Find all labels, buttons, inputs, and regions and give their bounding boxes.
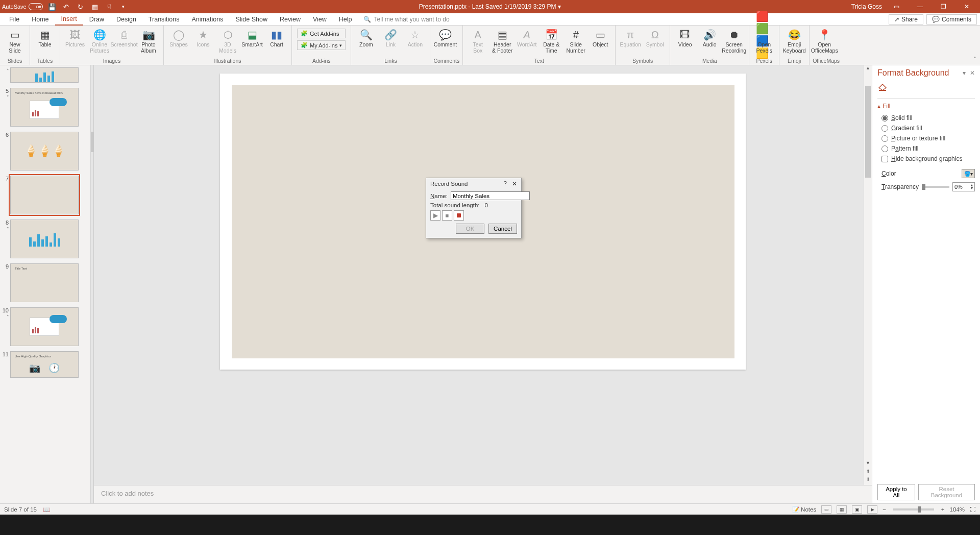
collapse-ribbon-button[interactable]: ˄ [970, 26, 980, 65]
tab-draw[interactable]: Draw [83, 14, 110, 25]
comments-button[interactable]: 💬Comments [926, 14, 977, 25]
textbox-button[interactable]: ATextBox [466, 27, 489, 55]
notes-toggle[interactable]: 📝 Notes [792, 506, 816, 513]
screenshot-button[interactable]: ⎙Screenshot [112, 27, 136, 49]
tab-review[interactable]: Review [274, 14, 307, 25]
pane-options-icon[interactable]: ▾ [963, 69, 966, 77]
slide-thumbnail[interactable]: * [2, 67, 90, 83]
maximize-icon[interactable]: ❐ [934, 0, 952, 13]
undo-icon[interactable]: ↶ [61, 2, 71, 12]
ribbon-display-options-icon[interactable]: ▭ [887, 0, 905, 13]
touch-mode-icon[interactable]: ☟ [104, 2, 114, 12]
sound-name-input[interactable] [451, 191, 530, 200]
audio-button[interactable]: 🔊Audio [698, 27, 721, 49]
cancel-button[interactable]: Cancel [488, 224, 517, 234]
fill-solid-option[interactable]: Solid fill [881, 114, 975, 121]
icons-button[interactable]: ★Icons [191, 27, 215, 49]
scroll-thumb[interactable] [865, 86, 871, 178]
notes-pane[interactable]: Click to add notes [94, 485, 872, 503]
symbol-button[interactable]: ΩSymbol [643, 27, 667, 49]
smartart-button[interactable]: ⬓SmartArt [240, 27, 264, 49]
tab-design[interactable]: Design [110, 14, 142, 25]
online-pictures-button[interactable]: 🌐OnlinePictures [88, 27, 111, 55]
table-button[interactable]: ▦Table [33, 27, 57, 49]
tab-insert[interactable]: Insert [55, 13, 83, 26]
tab-transitions[interactable]: Transitions [142, 14, 186, 25]
fill-pattern-option[interactable]: Pattern fill [881, 145, 975, 152]
close-icon[interactable]: ✕ [958, 0, 976, 13]
open-pexels-button[interactable]: 🟥🟩🟦🟨OpenPexels [752, 27, 776, 55]
get-addins-button[interactable]: 🧩Get Add-ins [297, 29, 346, 38]
scroll-down-icon[interactable]: ▼ [864, 460, 872, 469]
windows-taskbar[interactable] [0, 515, 980, 535]
tab-home[interactable]: Home [26, 14, 55, 25]
slide-thumbnail[interactable]: 6 🍦🍦🍦 [2, 132, 90, 171]
section-fill[interactable]: ▴Fill [877, 103, 975, 110]
document-title[interactable]: Presentation.pptx - Last Saved 1/19/2019… [129, 3, 851, 10]
slide-thumbnail[interactable]: 10* [2, 307, 90, 346]
present-from-start-icon[interactable]: ▦ [90, 2, 100, 12]
zoom-out-button[interactable]: − [883, 506, 886, 513]
hide-bg-graphics-option[interactable]: Hide background graphics [881, 155, 975, 162]
header-footer-button[interactable]: ▤Header& Footer [491, 27, 514, 55]
close-icon[interactable]: ✕ [512, 180, 517, 187]
3d-models-button[interactable]: ⬡3DModels [216, 27, 239, 55]
comment-button[interactable]: 💬Comment [433, 27, 457, 49]
fill-category-icon[interactable] [877, 82, 975, 92]
stop-button[interactable]: ■ [442, 210, 452, 221]
tell-me-search[interactable]: 🔍 Tell me what you want to do [363, 16, 450, 23]
slide-number-button[interactable]: #SlideNumber [564, 27, 587, 55]
scroll-up-icon[interactable]: ▲ [864, 65, 872, 74]
screen-recording-button[interactable]: ⏺ScreenRecording [722, 27, 746, 55]
next-slide-icon[interactable]: ⬇ [864, 477, 872, 485]
slide-thumbnails-panel[interactable]: * 5* Monthly Sales have increased 60% 6 … [0, 65, 91, 503]
slide-thumbnail[interactable]: 8* [2, 220, 90, 258]
redo-icon[interactable]: ↻ [76, 2, 86, 12]
slide-thumbnail[interactable]: 5* Monthly Sales have increased 60% [2, 88, 90, 127]
apply-to-all-button[interactable]: Apply to All [877, 484, 915, 500]
equation-button[interactable]: πEquation [619, 27, 642, 49]
reading-view-button[interactable]: ▣ [852, 505, 862, 514]
zoom-in-button[interactable]: + [941, 506, 945, 513]
qat-more-icon[interactable]: ▾ [118, 2, 129, 12]
shapes-button[interactable]: ◯Shapes [167, 27, 190, 49]
slide-sorter-view-button[interactable]: ▦ [837, 505, 847, 514]
photo-album-button[interactable]: 📷PhotoAlbum [137, 27, 160, 55]
prev-slide-icon[interactable]: ⬆ [864, 469, 872, 477]
save-icon[interactable]: 💾 [47, 2, 57, 12]
color-picker-button[interactable]: 🪣▾ [962, 169, 975, 178]
wordart-button[interactable]: AWordArt [515, 27, 538, 49]
link-button[interactable]: 🔗Link [379, 27, 402, 49]
transparency-value-input[interactable]: 0%▴▾ [952, 182, 975, 191]
slide-position[interactable]: Slide 7 of 15 [4, 506, 37, 513]
pane-close-icon[interactable]: ✕ [970, 69, 975, 77]
ok-button[interactable]: OK [456, 224, 484, 234]
play-button[interactable]: ▶ [430, 210, 440, 221]
my-addins-button[interactable]: 🧩My Add-ins▾ [297, 40, 346, 50]
zoom-slider[interactable] [893, 508, 934, 510]
reset-background-button[interactable]: Reset Background [918, 484, 975, 500]
share-button[interactable]: ↗Share [889, 14, 923, 25]
date-time-button[interactable]: 📅Date &Time [540, 27, 563, 55]
normal-view-button[interactable]: ▭ [821, 505, 831, 514]
slide-thumbnail[interactable]: 11 Use High-Quality Graphics 📷🕐 [2, 351, 90, 378]
autosave-toggle[interactable]: AutoSave Off [2, 3, 43, 10]
minimize-icon[interactable]: — [911, 0, 929, 13]
record-button[interactable] [454, 210, 464, 221]
editor-scrollbar[interactable]: ▲ ▼ ⬆ ⬇ [864, 65, 872, 485]
open-officemaps-button[interactable]: 📍OpenOfficeMaps [813, 27, 836, 55]
slideshow-view-button[interactable]: ▶ [867, 505, 877, 514]
transparency-slider[interactable] [922, 186, 949, 188]
spell-check-icon[interactable]: 📖 [43, 506, 50, 513]
fill-gradient-option[interactable]: Gradient fill [881, 125, 975, 132]
video-button[interactable]: 🎞Video [673, 27, 697, 49]
tab-slideshow[interactable]: Slide Show [229, 14, 274, 25]
help-icon[interactable]: ? [504, 180, 507, 187]
emoji-keyboard-button[interactable]: 😂EmojiKeyboard [782, 27, 806, 55]
new-slide-button[interactable]: ▭NewSlide [3, 27, 27, 55]
tab-file[interactable]: File [3, 14, 26, 25]
pictures-button[interactable]: 🖼Pictures [63, 27, 87, 49]
tab-view[interactable]: View [307, 14, 333, 25]
object-button[interactable]: ▭Object [589, 27, 612, 49]
zoom-percent[interactable]: 104% [950, 506, 965, 513]
